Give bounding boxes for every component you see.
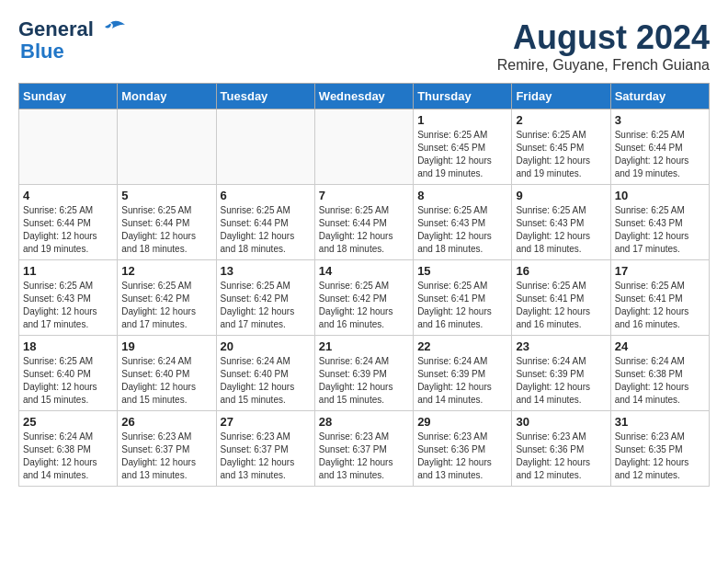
calendar-cell: 20Sunrise: 6:24 AM Sunset: 6:40 PM Dayli… bbox=[216, 336, 314, 411]
title-area: August 2024 Remire, Guyane, French Guian… bbox=[497, 18, 710, 74]
day-number: 7 bbox=[319, 189, 409, 202]
day-number: 24 bbox=[615, 339, 705, 353]
day-number: 16 bbox=[516, 264, 606, 278]
day-number: 11 bbox=[23, 264, 113, 278]
calendar-header-row: SundayMondayTuesdayWednesdayThursdayFrid… bbox=[19, 84, 710, 109]
calendar-cell: 11Sunrise: 6:25 AM Sunset: 6:43 PM Dayli… bbox=[19, 260, 118, 336]
calendar-cell: 14Sunrise: 6:25 AM Sunset: 6:42 PM Dayli… bbox=[314, 260, 413, 336]
calendar-cell: 25Sunrise: 6:24 AM Sunset: 6:38 PM Dayli… bbox=[19, 411, 118, 487]
day-header-thursday: Thursday bbox=[414, 84, 512, 109]
day-info: Sunrise: 6:25 AM Sunset: 6:45 PM Dayligh… bbox=[516, 129, 606, 180]
day-number: 14 bbox=[319, 264, 409, 278]
day-info: Sunrise: 6:23 AM Sunset: 6:37 PM Dayligh… bbox=[121, 431, 211, 482]
calendar-cell: 7Sunrise: 6:25 AM Sunset: 6:44 PM Daylig… bbox=[314, 185, 413, 260]
day-number: 26 bbox=[121, 415, 211, 429]
day-info: Sunrise: 6:25 AM Sunset: 6:40 PM Dayligh… bbox=[23, 355, 113, 407]
calendar-cell: 8Sunrise: 6:25 AM Sunset: 6:43 PM Daylig… bbox=[414, 185, 512, 260]
calendar-week-3: 11Sunrise: 6:25 AM Sunset: 6:43 PM Dayli… bbox=[19, 260, 710, 336]
day-info: Sunrise: 6:25 AM Sunset: 6:44 PM Dayligh… bbox=[23, 204, 113, 256]
calendar-cell: 3Sunrise: 6:25 AM Sunset: 6:44 PM Daylig… bbox=[610, 109, 709, 185]
day-number: 23 bbox=[516, 339, 606, 353]
day-header-friday: Friday bbox=[512, 84, 610, 109]
day-info: Sunrise: 6:25 AM Sunset: 6:43 PM Dayligh… bbox=[23, 280, 113, 331]
calendar-cell: 26Sunrise: 6:23 AM Sunset: 6:37 PM Dayli… bbox=[118, 411, 216, 487]
day-header-sunday: Sunday bbox=[19, 84, 118, 109]
day-number: 28 bbox=[319, 415, 409, 429]
day-info: Sunrise: 6:25 AM Sunset: 6:42 PM Dayligh… bbox=[221, 280, 311, 331]
logo: General Blue bbox=[18, 18, 125, 63]
day-header-wednesday: Wednesday bbox=[314, 84, 413, 109]
calendar-week-5: 25Sunrise: 6:24 AM Sunset: 6:38 PM Dayli… bbox=[19, 411, 710, 487]
day-number: 1 bbox=[417, 113, 507, 127]
day-header-saturday: Saturday bbox=[610, 84, 709, 109]
calendar-body: 1Sunrise: 6:25 AM Sunset: 6:45 PM Daylig… bbox=[19, 109, 710, 487]
day-number: 3 bbox=[615, 113, 705, 127]
day-number: 15 bbox=[417, 264, 507, 278]
day-info: Sunrise: 6:25 AM Sunset: 6:43 PM Dayligh… bbox=[417, 204, 507, 256]
calendar-cell: 31Sunrise: 6:23 AM Sunset: 6:35 PM Dayli… bbox=[610, 411, 709, 487]
day-info: Sunrise: 6:24 AM Sunset: 6:38 PM Dayligh… bbox=[615, 355, 705, 407]
day-number: 9 bbox=[516, 189, 606, 202]
day-info: Sunrise: 6:23 AM Sunset: 6:36 PM Dayligh… bbox=[417, 431, 507, 482]
calendar-cell: 4Sunrise: 6:25 AM Sunset: 6:44 PM Daylig… bbox=[19, 185, 118, 260]
calendar-week-1: 1Sunrise: 6:25 AM Sunset: 6:45 PM Daylig… bbox=[19, 109, 710, 185]
day-info: Sunrise: 6:24 AM Sunset: 6:40 PM Dayligh… bbox=[121, 355, 211, 407]
day-info: Sunrise: 6:23 AM Sunset: 6:35 PM Dayligh… bbox=[615, 431, 705, 482]
day-number: 19 bbox=[121, 339, 211, 353]
day-number: 4 bbox=[23, 189, 113, 202]
day-info: Sunrise: 6:25 AM Sunset: 6:41 PM Dayligh… bbox=[615, 280, 705, 331]
day-info: Sunrise: 6:24 AM Sunset: 6:39 PM Dayligh… bbox=[516, 355, 606, 407]
calendar-cell: 19Sunrise: 6:24 AM Sunset: 6:40 PM Dayli… bbox=[118, 336, 216, 411]
day-number: 22 bbox=[417, 339, 507, 353]
calendar-cell: 23Sunrise: 6:24 AM Sunset: 6:39 PM Dayli… bbox=[512, 336, 610, 411]
day-info: Sunrise: 6:25 AM Sunset: 6:41 PM Dayligh… bbox=[516, 280, 606, 331]
day-number: 18 bbox=[23, 339, 113, 353]
day-info: Sunrise: 6:24 AM Sunset: 6:40 PM Dayligh… bbox=[221, 355, 311, 407]
calendar-cell: 16Sunrise: 6:25 AM Sunset: 6:41 PM Dayli… bbox=[512, 260, 610, 336]
calendar-cell: 15Sunrise: 6:25 AM Sunset: 6:41 PM Dayli… bbox=[414, 260, 512, 336]
calendar-cell bbox=[118, 109, 216, 185]
calendar-cell: 28Sunrise: 6:23 AM Sunset: 6:37 PM Dayli… bbox=[314, 411, 413, 487]
calendar-cell: 21Sunrise: 6:24 AM Sunset: 6:39 PM Dayli… bbox=[314, 336, 413, 411]
calendar-week-4: 18Sunrise: 6:25 AM Sunset: 6:40 PM Dayli… bbox=[19, 336, 710, 411]
calendar-cell bbox=[216, 109, 314, 185]
day-info: Sunrise: 6:24 AM Sunset: 6:39 PM Dayligh… bbox=[319, 355, 409, 407]
day-info: Sunrise: 6:25 AM Sunset: 6:44 PM Dayligh… bbox=[221, 204, 311, 256]
day-info: Sunrise: 6:25 AM Sunset: 6:42 PM Dayligh… bbox=[121, 280, 211, 331]
calendar-cell: 22Sunrise: 6:24 AM Sunset: 6:39 PM Dayli… bbox=[414, 336, 512, 411]
calendar-cell: 2Sunrise: 6:25 AM Sunset: 6:45 PM Daylig… bbox=[512, 109, 610, 185]
calendar-cell: 24Sunrise: 6:24 AM Sunset: 6:38 PM Dayli… bbox=[610, 336, 709, 411]
calendar-cell: 29Sunrise: 6:23 AM Sunset: 6:36 PM Dayli… bbox=[414, 411, 512, 487]
calendar-cell: 12Sunrise: 6:25 AM Sunset: 6:42 PM Dayli… bbox=[118, 260, 216, 336]
day-number: 5 bbox=[121, 189, 211, 202]
day-info: Sunrise: 6:24 AM Sunset: 6:38 PM Dayligh… bbox=[23, 431, 113, 482]
day-number: 13 bbox=[221, 264, 311, 278]
subtitle: Remire, Guyane, French Guiana bbox=[497, 57, 710, 74]
day-info: Sunrise: 6:25 AM Sunset: 6:45 PM Dayligh… bbox=[417, 129, 507, 180]
day-header-tuesday: Tuesday bbox=[216, 84, 314, 109]
day-number: 17 bbox=[615, 264, 705, 278]
calendar-table: SundayMondayTuesdayWednesdayThursdayFrid… bbox=[18, 83, 710, 487]
main-title: August 2024 bbox=[497, 18, 710, 57]
calendar-cell: 1Sunrise: 6:25 AM Sunset: 6:45 PM Daylig… bbox=[414, 109, 512, 185]
day-number: 27 bbox=[221, 415, 311, 429]
day-info: Sunrise: 6:23 AM Sunset: 6:37 PM Dayligh… bbox=[221, 431, 311, 482]
logo-blue: Blue bbox=[20, 40, 64, 63]
day-number: 29 bbox=[417, 415, 507, 429]
day-number: 6 bbox=[221, 189, 311, 202]
day-info: Sunrise: 6:25 AM Sunset: 6:43 PM Dayligh… bbox=[615, 204, 705, 256]
day-number: 30 bbox=[516, 415, 606, 429]
calendar-cell: 17Sunrise: 6:25 AM Sunset: 6:41 PM Dayli… bbox=[610, 260, 709, 336]
day-info: Sunrise: 6:25 AM Sunset: 6:44 PM Dayligh… bbox=[615, 129, 705, 180]
day-number: 10 bbox=[615, 189, 705, 202]
day-number: 21 bbox=[319, 339, 409, 353]
day-info: Sunrise: 6:25 AM Sunset: 6:43 PM Dayligh… bbox=[516, 204, 606, 256]
calendar-cell: 6Sunrise: 6:25 AM Sunset: 6:44 PM Daylig… bbox=[216, 185, 314, 260]
calendar-cell: 18Sunrise: 6:25 AM Sunset: 6:40 PM Dayli… bbox=[19, 336, 118, 411]
day-info: Sunrise: 6:23 AM Sunset: 6:36 PM Dayligh… bbox=[516, 431, 606, 482]
calendar-cell: 30Sunrise: 6:23 AM Sunset: 6:36 PM Dayli… bbox=[512, 411, 610, 487]
logo-bird-icon bbox=[94, 19, 125, 40]
calendar-cell bbox=[19, 109, 118, 185]
calendar-cell: 10Sunrise: 6:25 AM Sunset: 6:43 PM Dayli… bbox=[610, 185, 709, 260]
calendar-cell: 27Sunrise: 6:23 AM Sunset: 6:37 PM Dayli… bbox=[216, 411, 314, 487]
